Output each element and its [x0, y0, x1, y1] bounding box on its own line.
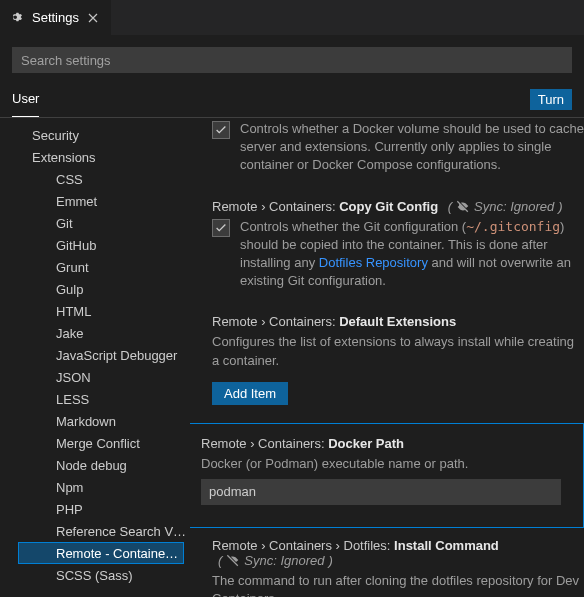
tree-less[interactable]: LESS [0, 388, 190, 410]
tree-gulp[interactable]: Gulp [0, 278, 190, 300]
docker-path-input[interactable] [201, 479, 561, 505]
sync-ignored-badge: ( Sync: Ignored) [218, 553, 333, 568]
tree-merge[interactable]: Merge Conflict [0, 432, 190, 454]
tree-security[interactable]: Security [0, 124, 190, 146]
setting-docker-path: Remote › Containers: Docker Path Docker … [190, 423, 584, 528]
setting-copy-git-config: Remote › Containers: Copy Git Config ( S… [202, 199, 584, 297]
scope-tab-user[interactable]: User [12, 81, 39, 117]
tree-jsdebug[interactable]: JavaScript Debugger [0, 344, 190, 366]
settings-icon [10, 10, 26, 26]
tree-github[interactable]: GitHub [0, 234, 190, 256]
eye-off-icon [226, 553, 240, 567]
settings-content: Controls whether a Docker volume should … [190, 118, 584, 597]
copy-git-checkbox[interactable] [212, 219, 230, 237]
setting-crumb: Remote › Containers: [212, 199, 339, 214]
tree-nodedbg[interactable]: Node debug [0, 454, 190, 476]
tree-css[interactable]: CSS [0, 168, 190, 190]
tree-emmet[interactable]: Emmet [0, 190, 190, 212]
tree-jake[interactable]: Jake [0, 322, 190, 344]
tree-scss[interactable]: SCSS (Sass) [0, 564, 190, 586]
tree-refsearch[interactable]: Reference Search V… [0, 520, 190, 542]
scope-row: User Turn [0, 81, 584, 117]
setting-cache-volume: Controls whether a Docker volume should … [202, 120, 584, 181]
close-icon[interactable] [85, 10, 101, 26]
tree-extensions[interactable]: Extensions [0, 146, 190, 168]
cache-volume-checkbox[interactable] [212, 121, 230, 139]
settings-tree: Security Extensions CSS Emmet Git GitHub… [0, 118, 190, 597]
tree-npm[interactable]: Npm [0, 476, 190, 498]
tree-html[interactable]: HTML [0, 300, 190, 322]
add-item-button[interactable]: Add Item [212, 382, 288, 405]
tree-markdown[interactable]: Markdown [0, 410, 190, 432]
editor-tab-bar: Settings [0, 0, 584, 35]
search-input[interactable] [12, 47, 572, 73]
tree-git[interactable]: Git [0, 212, 190, 234]
tree-php[interactable]: PHP [0, 498, 190, 520]
tree-grunt[interactable]: Grunt [0, 256, 190, 278]
cache-volume-desc: Controls whether a Docker volume should … [240, 120, 584, 175]
setting-name: Copy Git Config [339, 199, 438, 214]
turn-on-sync-button[interactable]: Turn [530, 89, 572, 110]
copy-git-desc: Controls whether the Git configuration (… [240, 218, 584, 291]
setting-dotfiles-install: Remote › Containers › Dotfiles: Install … [202, 538, 584, 597]
tab-label: Settings [32, 10, 79, 25]
tree-remote-containers[interactable]: Remote - Containe… [18, 542, 184, 564]
search-container [0, 35, 584, 81]
tree-json[interactable]: JSON [0, 366, 190, 388]
dotfiles-link[interactable]: Dotfiles Repository [319, 255, 428, 270]
sync-ignored-badge: ( Sync: Ignored) [448, 199, 563, 214]
setting-default-extensions: Remote › Containers: Default Extensions … [202, 314, 584, 404]
tab-settings[interactable]: Settings [0, 0, 112, 35]
eye-off-icon [456, 199, 470, 213]
